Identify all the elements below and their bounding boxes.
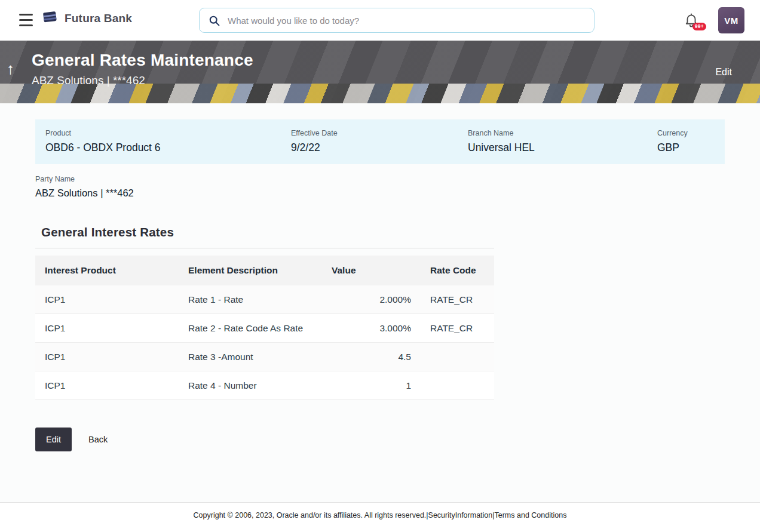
brand-name: Futura Bank — [65, 12, 132, 25]
field-value: 9/2/22 — [291, 142, 468, 154]
field-label: Party Name — [35, 175, 760, 183]
product-field: Product OBD6 - OBDX Product 6 — [45, 129, 291, 154]
rates-table: Interest Product Element Description Val… — [35, 256, 494, 400]
hamburger-menu-icon[interactable] — [19, 14, 33, 26]
search-input[interactable] — [228, 16, 586, 26]
edit-button[interactable]: Edit — [35, 428, 72, 451]
global-search — [199, 8, 594, 33]
table-row: ICP1 Rate 1 - Rate 2.000% RATE_CR — [35, 285, 494, 314]
table-row: ICP1 Rate 3 -Amount 4.5 — [35, 343, 494, 371]
field-label: Product — [45, 129, 291, 137]
field-label: Effective Date — [291, 129, 468, 137]
summary-panel: Product OBD6 - OBDX Product 6 Effective … — [35, 119, 725, 164]
general-interest-rates-section: General Interest Rates Interest Product … — [35, 225, 494, 400]
table-header-row: Interest Product Element Description Val… — [35, 256, 494, 285]
cell-value: 3.000% — [322, 314, 421, 343]
field-value: OBD6 - OBDX Product 6 — [45, 142, 291, 154]
footer-link-security-information[interactable]: SecurityInformation — [428, 511, 493, 519]
cell-interest-product: ICP1 — [35, 371, 179, 400]
party-name-field: Party Name ABZ Solutions | ***462 — [35, 175, 760, 199]
field-value: ABZ Solutions | ***462 — [35, 187, 760, 199]
field-value: GBP — [657, 142, 725, 154]
cell-element-description: Rate 4 - Number — [179, 371, 322, 400]
section-header: General Interest Rates — [35, 225, 494, 248]
footer-copyright: Copyright © 2006, 2023, Oracle and/or it… — [194, 511, 427, 519]
cell-rate-code — [421, 371, 494, 400]
cell-rate-code: RATE_CR — [421, 314, 494, 343]
action-buttons: Edit Back — [35, 428, 760, 451]
cell-rate-code — [421, 343, 494, 371]
field-value: Universal HEL — [468, 142, 657, 154]
page-subtitle: ABZ Solutions | ***462 — [32, 74, 760, 87]
cell-rate-code: RATE_CR — [421, 285, 494, 314]
cell-interest-product: ICP1 — [35, 314, 179, 343]
table-row: ICP1 Rate 2 - Rate Code As Rate 3.000% R… — [35, 314, 494, 343]
footer-link-terms-and-conditions[interactable]: Terms and Conditions — [495, 511, 567, 519]
header-element-description: Element Description — [179, 256, 322, 285]
page-title: General Rates Maintenance — [32, 51, 760, 70]
bank-flag-icon — [42, 8, 60, 29]
table-row: ICP1 Rate 4 - Number 1 — [35, 371, 494, 400]
top-bar: Futura Bank 99+ VM — [0, 0, 760, 41]
user-avatar[interactable]: VM — [718, 7, 744, 33]
header-interest-product: Interest Product — [35, 256, 179, 285]
cell-element-description: Rate 1 - Rate — [179, 285, 322, 314]
section-title: General Interest Rates — [41, 225, 174, 239]
cell-element-description: Rate 2 - Rate Code As Rate — [179, 314, 322, 343]
search-icon — [208, 14, 220, 27]
effective-date-field: Effective Date 9/2/22 — [291, 129, 468, 154]
cell-value: 2.000% — [322, 285, 421, 314]
cell-value: 1 — [322, 371, 421, 400]
cell-value: 4.5 — [322, 343, 421, 371]
currency-field: Currency GBP — [657, 129, 725, 154]
cell-interest-product: ICP1 — [35, 285, 179, 314]
banner-titles: General Rates Maintenance ABZ Solutions … — [0, 41, 760, 87]
back-button[interactable]: Back — [88, 435, 108, 444]
field-label: Branch Name — [468, 129, 657, 137]
header-value: Value — [322, 256, 421, 285]
notification-bell-icon[interactable]: 99+ — [684, 12, 699, 29]
page-footer: Copyright © 2006, 2023, Oracle and/or it… — [0, 502, 760, 532]
brand-logo[interactable]: Futura Bank — [42, 8, 132, 29]
main-content: Product OBD6 - OBDX Product 6 Effective … — [0, 103, 760, 502]
cell-element-description: Rate 3 -Amount — [179, 343, 322, 371]
cell-interest-product: ICP1 — [35, 343, 179, 371]
header-rate-code: Rate Code — [421, 256, 494, 285]
page-header-banner: ↑ General Rates Maintenance ABZ Solution… — [0, 41, 760, 103]
notification-badge: 99+ — [692, 23, 706, 30]
header-edit-link[interactable]: Edit — [715, 67, 732, 78]
field-label: Currency — [657, 129, 725, 137]
topbar-right: 99+ VM — [684, 0, 744, 41]
branch-name-field: Branch Name Universal HEL — [468, 129, 657, 154]
